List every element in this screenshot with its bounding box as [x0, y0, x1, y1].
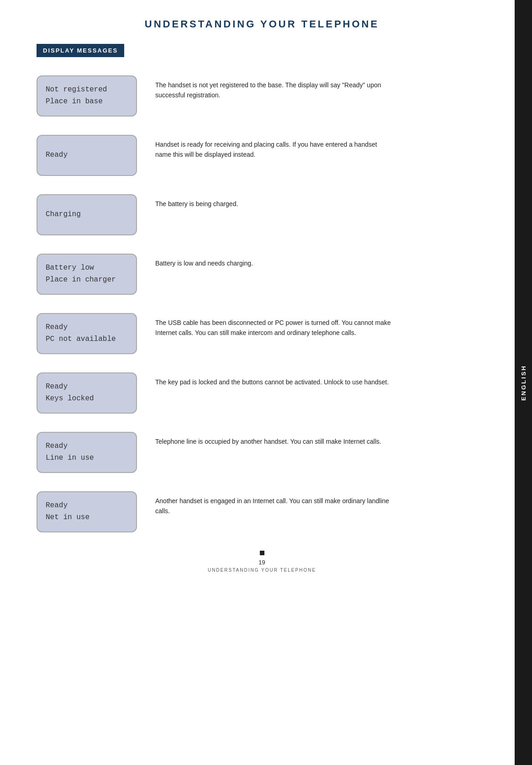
- lcd-line: Net in use: [46, 512, 128, 524]
- footer: 19 UNDERSTANDING YOUR TELEPHONE: [37, 551, 487, 582]
- message-row: ReadyNet in useAnother handset is engage…: [37, 491, 487, 532]
- lcd-line: Ready: [46, 322, 128, 334]
- lcd-box-4: ReadyPC not available: [37, 313, 137, 354]
- side-tab: ENGLISH: [515, 0, 532, 765]
- desc-text-5: The key pad is locked and the buttons ca…: [155, 372, 389, 387]
- lcd-box-0: Not registeredPlace in base: [37, 75, 137, 117]
- side-tab-label: ENGLISH: [520, 365, 527, 401]
- page-title: UNDERSTANDING YOUR TELEPHONE: [37, 18, 487, 30]
- message-row: Battery lowPlace in chargerBattery is lo…: [37, 254, 487, 295]
- lcd-box-5: ReadyKeys locked: [37, 372, 137, 414]
- lcd-line: Battery low: [46, 262, 128, 274]
- desc-text-6: Telephone line is occupied by another ha…: [155, 432, 381, 446]
- lcd-line: Line in use: [46, 452, 128, 464]
- lcd-line: Not registered: [46, 84, 128, 96]
- main-content: UNDERSTANDING YOUR TELEPHONE DISPLAY MES…: [0, 0, 515, 609]
- footer-label: UNDERSTANDING YOUR TELEPHONE: [37, 568, 487, 573]
- footer-square-icon: [260, 551, 264, 555]
- message-row: ReadyPC not availableThe USB cable has b…: [37, 313, 487, 354]
- lcd-box-3: Battery lowPlace in charger: [37, 254, 137, 295]
- lcd-line: Place in base: [46, 96, 128, 108]
- section-header: DISPLAY MESSAGES: [37, 44, 124, 57]
- lcd-line: Ready: [46, 441, 128, 452]
- messages-container: Not registeredPlace in baseThe handset i…: [37, 75, 487, 532]
- lcd-box-2: Charging: [37, 194, 137, 235]
- lcd-line: Ready: [46, 149, 128, 161]
- lcd-box-7: ReadyNet in use: [37, 491, 137, 532]
- lcd-line: Charging: [46, 209, 128, 221]
- message-row: ReadyLine in useTelephone line is occupi…: [37, 432, 487, 473]
- lcd-line: Ready: [46, 381, 128, 393]
- desc-text-4: The USB cable has been disconnected or P…: [155, 313, 393, 338]
- desc-text-2: The battery is being charged.: [155, 194, 238, 209]
- desc-text-0: The handset is not yet registered to the…: [155, 75, 393, 101]
- lcd-line: Keys locked: [46, 393, 128, 405]
- footer-page-number: 19: [37, 559, 487, 566]
- desc-text-1: Handset is ready for receiving and placi…: [155, 135, 393, 160]
- desc-text-7: Another handset is engaged in an Interne…: [155, 491, 393, 516]
- lcd-line: Place in charger: [46, 274, 128, 286]
- message-row: ChargingThe battery is being charged.: [37, 194, 487, 235]
- lcd-box-1: Ready: [37, 135, 137, 176]
- message-row: Not registeredPlace in baseThe handset i…: [37, 75, 487, 117]
- message-row: ReadyHandset is ready for receiving and …: [37, 135, 487, 176]
- lcd-line: Ready: [46, 500, 128, 512]
- lcd-line: PC not available: [46, 334, 128, 345]
- lcd-box-6: ReadyLine in use: [37, 432, 137, 473]
- desc-text-3: Battery is low and needs charging.: [155, 254, 253, 268]
- message-row: ReadyKeys lockedThe key pad is locked an…: [37, 372, 487, 414]
